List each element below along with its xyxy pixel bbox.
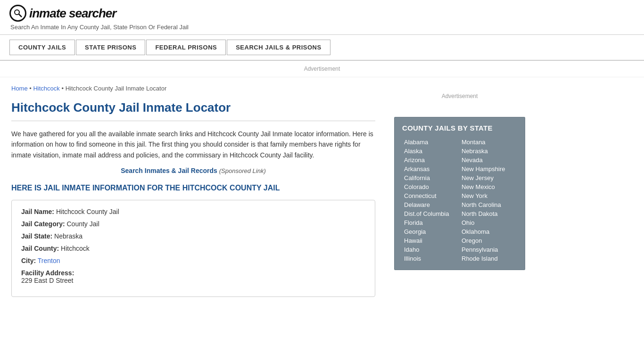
- state-connecticut[interactable]: Connecticut: [402, 191, 460, 200]
- state-north-dakota[interactable]: North Dakota: [460, 209, 517, 218]
- state-dist-columbia[interactable]: Dist.of Columbia: [402, 209, 460, 218]
- label-city: City:: [21, 257, 36, 264]
- svg-point-0: [15, 10, 19, 15]
- state-arkansas[interactable]: Arkansas: [402, 165, 460, 173]
- state-delaware[interactable]: Delaware: [402, 200, 460, 209]
- svg-line-1: [19, 14, 22, 17]
- main-layout: Home • Hitchcock • Hitchcock County Jail…: [0, 77, 644, 304]
- value-jail-category: County Jail: [66, 220, 99, 228]
- sidebar-ad: Advertisement: [394, 82, 525, 110]
- state-florida[interactable]: Florida: [402, 218, 460, 227]
- content-area: Home • Hitchcock • Hitchcock County Jail…: [0, 77, 387, 304]
- sidebar: Advertisement COUNTY JAILS BY STATE Alab…: [387, 77, 533, 304]
- nav-state-prisons[interactable]: STATE PRISONS: [76, 40, 145, 55]
- breadcrumb-current: Hitchcock County Jail Inmate Locator: [66, 85, 167, 92]
- label-jail-county: Jail County:: [21, 245, 59, 252]
- state-idaho[interactable]: Idaho: [402, 245, 460, 254]
- state-new-mexico[interactable]: New Mexico: [460, 182, 517, 191]
- state-hawaii[interactable]: Hawaii: [402, 236, 460, 245]
- state-california[interactable]: California: [402, 173, 460, 182]
- county-jails-widget: COUNTY JAILS BY STATE Alabama Alaska Ari…: [394, 117, 525, 270]
- page-title: Hitchcock County Jail Inmate Locator: [11, 100, 375, 121]
- info-row-jail-category: Jail Category: County Jail: [21, 220, 365, 228]
- breadcrumb-sep2: •: [61, 85, 65, 92]
- state-alaska[interactable]: Alaska: [402, 147, 460, 156]
- states-grid: Alabama Alaska Arizona Arkansas Californ…: [402, 138, 517, 263]
- header: inmate searcher Search An Inmate In Any …: [0, 0, 644, 35]
- state-oklahoma[interactable]: Oklahoma: [460, 227, 517, 236]
- tagline: Search An Inmate In Any County Jail, Sta…: [10, 24, 635, 31]
- label-jail-category: Jail Category:: [21, 220, 65, 228]
- info-row-jail-name: Jail Name: Hitchcock County Jail: [21, 208, 365, 215]
- value-address: 229 East D Street: [21, 277, 74, 284]
- sponsored-text: (Sponsored Link): [219, 167, 266, 174]
- value-jail-county: Hitchcock: [61, 245, 90, 252]
- logo-text: inmate searcher: [29, 6, 116, 21]
- state-ohio[interactable]: Ohio: [460, 218, 517, 227]
- breadcrumb-home[interactable]: Home: [11, 85, 28, 92]
- state-oregon[interactable]: Oregon: [460, 236, 517, 245]
- state-new-hampshire[interactable]: New Hampshire: [460, 165, 517, 173]
- search-link[interactable]: Search Inmates & Jail Records: [121, 167, 217, 174]
- state-georgia[interactable]: Georgia: [402, 227, 460, 236]
- nav: COUNTY JAILS STATE PRISONS FEDERAL PRISO…: [0, 35, 644, 61]
- ad-banner: Advertisement: [0, 61, 644, 77]
- info-box: Jail Name: Hitchcock County Jail Jail Ca…: [11, 200, 375, 297]
- state-nebraska[interactable]: Nebraska: [460, 147, 517, 156]
- nav-federal-prisons[interactable]: FEDERAL PRISONS: [146, 40, 226, 55]
- state-pennsylvania[interactable]: Pennsylvania: [460, 245, 517, 254]
- section-heading: HERE IS JAIL INMATE INFORMATION FOR THE …: [11, 184, 375, 192]
- breadcrumb-hitchcock[interactable]: Hitchcock: [33, 85, 59, 92]
- state-new-jersey[interactable]: New Jersey: [460, 173, 517, 182]
- state-colorado[interactable]: Colorado: [402, 182, 460, 191]
- state-illinois[interactable]: Illinois: [402, 254, 460, 263]
- info-row-address: Facility Address: 229 East D Street: [21, 269, 365, 284]
- widget-title: COUNTY JAILS BY STATE: [402, 124, 517, 132]
- info-row-jail-state: Jail State: Nebraska: [21, 232, 365, 240]
- state-rhode-island[interactable]: Rhode Island: [460, 254, 517, 263]
- state-arizona[interactable]: Arizona: [402, 156, 460, 165]
- state-alabama[interactable]: Alabama: [402, 138, 460, 147]
- state-montana[interactable]: Montana: [460, 138, 517, 147]
- value-city: Trenton: [38, 257, 60, 264]
- states-col2: Montana Nebraska Nevada New Hampshire Ne…: [460, 138, 517, 263]
- value-jail-state: Nebraska: [54, 232, 83, 240]
- description: We have gathered for you all the availab…: [11, 129, 375, 160]
- logo-area: inmate searcher: [9, 5, 635, 22]
- search-link-container: Search Inmates & Jail Records (Sponsored…: [11, 167, 375, 174]
- breadcrumb: Home • Hitchcock • Hitchcock County Jail…: [11, 85, 375, 92]
- logo-icon: [9, 5, 26, 22]
- state-nevada[interactable]: Nevada: [460, 156, 517, 165]
- states-col1: Alabama Alaska Arizona Arkansas Californ…: [402, 138, 460, 263]
- label-address: Facility Address:: [21, 269, 74, 277]
- info-row-city: City: Trenton: [21, 257, 365, 264]
- label-jail-name: Jail Name:: [21, 208, 54, 215]
- state-north-carolina[interactable]: North Carolina: [460, 200, 517, 209]
- value-jail-name: Hitchcock County Jail: [56, 208, 119, 215]
- nav-search-jails[interactable]: SEARCH JAILS & PRISONS: [227, 40, 330, 55]
- state-new-york[interactable]: New York: [460, 191, 517, 200]
- info-row-jail-county: Jail County: Hitchcock: [21, 245, 365, 252]
- nav-county-jails[interactable]: COUNTY JAILS: [9, 40, 75, 55]
- label-jail-state: Jail State:: [21, 232, 52, 240]
